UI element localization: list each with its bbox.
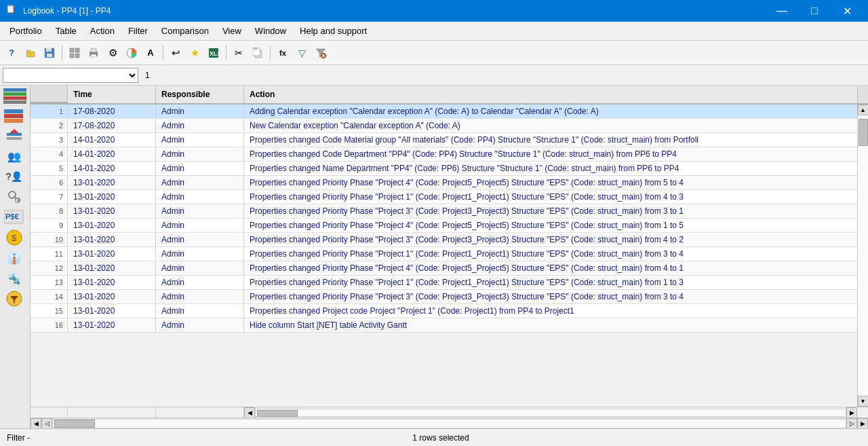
cell-responsible: Admin bbox=[156, 176, 244, 189]
table-body[interactable]: 1 17-08-2020 Admin Adding Calendar excep… bbox=[31, 105, 857, 407]
sidebar-btn-people[interactable]: 👥 bbox=[1, 147, 27, 166]
svg-text:€: € bbox=[16, 198, 19, 204]
sidebar-btn-yellow[interactable]: $ bbox=[1, 228, 27, 247]
minimize-button[interactable]: — bbox=[766, 0, 797, 22]
cell-action: Adding Calendar exception "Calendar exce… bbox=[244, 105, 857, 118]
table-row[interactable]: 15 13-01-2020 Admin Properties changed P… bbox=[31, 304, 857, 318]
table-row[interactable]: 3 14-01-2020 Admin Properties changed Co… bbox=[31, 133, 857, 147]
header-responsible: Responsible bbox=[156, 86, 244, 103]
scroll-up-btn[interactable]: ▲ bbox=[858, 105, 869, 115]
table-row[interactable]: 14 13-01-2020 Admin Properties changed P… bbox=[31, 290, 857, 304]
svg-text:P$€: P$€ bbox=[5, 212, 19, 221]
table-row[interactable]: 1 17-08-2020 Admin Adding Calendar excep… bbox=[31, 105, 857, 119]
header-corner bbox=[31, 86, 68, 103]
nav-track[interactable] bbox=[52, 419, 846, 428]
cell-responsible: Admin bbox=[156, 190, 244, 204]
grid-button[interactable] bbox=[66, 44, 83, 62]
address-select[interactable] bbox=[3, 68, 138, 83]
table-row[interactable]: 8 13-01-2020 Admin Properties changed Pr… bbox=[31, 204, 857, 219]
cell-time: 13-01-2020 bbox=[68, 190, 156, 204]
save-button[interactable] bbox=[41, 44, 58, 62]
sidebar-btn-help-person[interactable]: ?👤 bbox=[1, 167, 27, 186]
svg-rect-23 bbox=[4, 109, 23, 113]
scroll-down-btn[interactable]: ▼ bbox=[858, 396, 869, 407]
table-row[interactable]: 4 14-01-2020 Admin Properties changed Co… bbox=[31, 147, 857, 162]
svg-rect-6 bbox=[75, 54, 79, 58]
menu-comparison[interactable]: Comparison bbox=[155, 23, 216, 39]
settings-button[interactable]: ⚙ bbox=[104, 44, 121, 62]
cell-action: Properties changed Priority Phase "Proje… bbox=[244, 176, 857, 189]
table-row[interactable]: 7 13-01-2020 Admin Properties changed Pr… bbox=[31, 190, 857, 204]
sidebar-btn-tools[interactable]: € bbox=[1, 187, 27, 206]
table-row[interactable]: 11 13-01-2020 Admin Properties changed P… bbox=[31, 247, 857, 261]
nav-last-btn[interactable]: ▶ bbox=[857, 418, 868, 428]
address-bar: 1 bbox=[0, 65, 868, 86]
menu-table[interactable]: Table bbox=[49, 23, 83, 39]
scroll-track[interactable] bbox=[858, 115, 868, 396]
table-row[interactable]: 16 13-01-2020 Admin Hide column Start [N… bbox=[31, 318, 857, 333]
scroll-right-btn[interactable]: ▶ bbox=[846, 407, 857, 418]
maximize-button[interactable]: □ bbox=[799, 0, 830, 22]
cell-action: New Calendar exception "Calendar excepti… bbox=[244, 119, 857, 132]
cell-action: Properties changed Name Department "PP4"… bbox=[244, 162, 857, 175]
h-scroll-track[interactable] bbox=[255, 409, 846, 417]
filter-button[interactable]: ▽ bbox=[293, 44, 311, 62]
chart-button[interactable] bbox=[123, 44, 140, 62]
cell-responsible: Admin bbox=[156, 304, 244, 318]
print-button[interactable] bbox=[85, 44, 102, 62]
help-button[interactable]: ? bbox=[3, 44, 20, 62]
nav-thumb[interactable] bbox=[54, 420, 95, 428]
sidebar-btn-currency[interactable]: P$€ bbox=[1, 208, 27, 227]
paste-button[interactable] bbox=[249, 44, 267, 62]
table-container: Time Responsible Action 1 17-08-2020 Adm… bbox=[31, 86, 868, 428]
cut-button[interactable]: ✂ bbox=[230, 44, 248, 62]
table-row[interactable]: 5 14-01-2020 Admin Properties changed Na… bbox=[31, 162, 857, 176]
menu-filter[interactable]: Filter bbox=[121, 23, 155, 39]
cell-responsible: Admin bbox=[156, 318, 244, 332]
svg-rect-25 bbox=[4, 119, 23, 123]
table-row[interactable]: 10 13-01-2020 Admin Properties changed P… bbox=[31, 233, 857, 247]
page-number: 1 bbox=[141, 71, 150, 80]
menu-help[interactable]: Help and support bbox=[293, 23, 374, 39]
sidebar-btn-manager[interactable]: 👔 bbox=[1, 248, 27, 267]
cell-time: 17-08-2020 bbox=[68, 119, 156, 132]
favorite-button[interactable]: ★ bbox=[186, 44, 203, 62]
vertical-scrollbar[interactable]: ▲ ▼ bbox=[857, 105, 868, 407]
menu-action[interactable]: Action bbox=[83, 23, 121, 39]
sidebar-btn-view1[interactable] bbox=[1, 87, 28, 106]
sidebar-btn-wrench[interactable]: 🔩 bbox=[1, 269, 27, 288]
cell-action: Properties changed Priority Phase "Proje… bbox=[244, 276, 857, 289]
h-scroll-thumb[interactable] bbox=[257, 410, 298, 417]
menu-window[interactable]: Window bbox=[248, 23, 293, 39]
cell-rownum: 16 bbox=[31, 318, 68, 332]
scroll-left-btn[interactable]: ◀ bbox=[244, 407, 255, 418]
nav-first-btn[interactable]: ◀ bbox=[31, 418, 41, 428]
nav-prev-btn[interactable]: ◁ bbox=[41, 418, 52, 428]
open-button[interactable] bbox=[22, 44, 39, 62]
table-row[interactable]: 6 13-01-2020 Admin Properties changed Pr… bbox=[31, 176, 857, 190]
svg-rect-5 bbox=[70, 54, 74, 58]
clear-filter-button[interactable] bbox=[312, 44, 330, 62]
export-excel-button[interactable]: XLS bbox=[205, 44, 222, 62]
table-row[interactable]: 9 13-01-2020 Admin Properties changed Pr… bbox=[31, 219, 857, 233]
scroll-thumb[interactable] bbox=[859, 119, 868, 146]
svg-rect-22 bbox=[3, 100, 26, 104]
table-row[interactable]: 12 13-01-2020 Admin Properties changed P… bbox=[31, 261, 857, 276]
horizontal-scroll-action[interactable]: ◀ ▶ bbox=[244, 407, 857, 417]
nav-next-btn[interactable]: ▷ bbox=[846, 418, 857, 428]
close-button[interactable]: ✕ bbox=[831, 0, 863, 22]
font-button[interactable]: A bbox=[142, 44, 159, 62]
cell-responsible: Admin bbox=[156, 261, 244, 275]
sidebar-btn-up[interactable] bbox=[1, 126, 27, 145]
formula-button[interactable]: fx bbox=[274, 44, 292, 62]
menu-portfolio[interactable]: Portfolio bbox=[3, 23, 49, 39]
cell-rownum: 5 bbox=[31, 162, 68, 175]
menu-view[interactable]: View bbox=[216, 23, 248, 39]
table-row[interactable]: 2 17-08-2020 Admin New Calendar exceptio… bbox=[31, 119, 857, 133]
sidebar-btn-red[interactable] bbox=[1, 107, 26, 125]
cell-action: Properties changed Priority Phase "Proje… bbox=[244, 290, 857, 303]
cell-rownum: 14 bbox=[31, 290, 68, 303]
undo-button[interactable]: ↩ bbox=[167, 44, 184, 62]
table-row[interactable]: 13 13-01-2020 Admin Properties changed P… bbox=[31, 276, 857, 290]
sidebar-btn-filter[interactable] bbox=[1, 289, 27, 308]
